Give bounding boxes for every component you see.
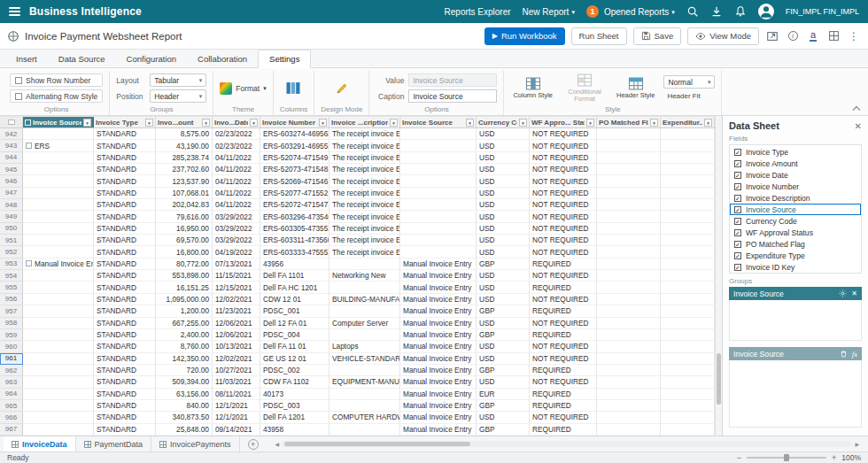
cell[interactable]: The receipt invoice ERS — [329, 199, 400, 211]
cell[interactable]: ERS-603305-473551 — [260, 223, 329, 235]
conditional-format-button[interactable]: Conditional Format — [562, 73, 608, 104]
cell[interactable] — [597, 412, 661, 423]
cell[interactable]: USD — [477, 353, 530, 365]
cell[interactable]: GBP — [477, 259, 530, 270]
cell[interactable]: STANDARD — [94, 365, 156, 376]
cell[interactable]: STANDARD — [94, 389, 156, 400]
cell[interactable] — [597, 188, 661, 199]
group-collapse-checkbox[interactable] — [26, 260, 32, 266]
cell[interactable] — [23, 424, 94, 436]
cell[interactable]: NOT REQUIRED — [530, 140, 597, 151]
cell[interactable]: The receipt invoice ERS — [329, 246, 400, 258]
row-number[interactable]: 966 — [0, 412, 23, 423]
row-number[interactable]: 962 — [0, 365, 23, 376]
show-row-number-toggle[interactable]: Show Row Number — [10, 73, 103, 87]
cell[interactable] — [661, 353, 715, 365]
cell[interactable] — [23, 329, 94, 341]
column-header-invo-date[interactable]: Invo...Date▾ — [213, 117, 260, 127]
cell[interactable]: 509,394.00 — [156, 376, 213, 388]
cell[interactable]: USD — [477, 188, 530, 199]
cell[interactable]: STANDARD — [94, 294, 156, 305]
row-number[interactable]: 957 — [0, 305, 23, 317]
cell[interactable] — [329, 259, 400, 270]
row-number[interactable]: 958 — [0, 318, 23, 329]
filter-dropdown-icon[interactable]: ▾ — [390, 119, 398, 127]
cell[interactable]: STANDARD — [94, 211, 156, 222]
cell[interactable]: PDSC_002 — [260, 365, 329, 376]
cell[interactable] — [23, 389, 94, 400]
cell[interactable]: STANDARD — [94, 140, 156, 151]
field-item-currency-code[interactable]: ✓Currency Code — [730, 215, 861, 227]
cell[interactable]: The receipt invoice ERS — [329, 140, 400, 151]
filter-dropdown-icon[interactable]: ▾ — [650, 119, 658, 127]
cell[interactable]: NOT REQUIRED — [530, 199, 597, 211]
cell[interactable]: USD — [477, 152, 530, 164]
group-collapse-checkbox[interactable] — [26, 143, 32, 149]
cell[interactable] — [597, 365, 661, 376]
horizontal-scrollbar[interactable] — [283, 441, 851, 447]
collapse-ribbon-icon[interactable] — [852, 105, 861, 112]
cell[interactable]: 04/19/2022 — [213, 246, 260, 258]
cell[interactable] — [597, 305, 661, 317]
cell[interactable]: STANDARD — [94, 329, 156, 341]
cell[interactable]: EQUIPMENT-MANUFAC — [329, 376, 400, 388]
cell[interactable]: 16,800.00 — [156, 246, 213, 258]
cell[interactable] — [400, 235, 477, 246]
row-number[interactable]: 955 — [0, 282, 23, 293]
position-select[interactable]: Header ▾ — [150, 89, 206, 103]
cell[interactable]: USD — [477, 412, 530, 423]
cell[interactable]: REQUIRED — [530, 424, 597, 436]
cell[interactable]: Manual Invoice Entry — [23, 259, 94, 270]
cell[interactable] — [597, 128, 661, 140]
row-number[interactable]: 945 — [0, 164, 23, 175]
cell[interactable]: USD — [477, 270, 530, 282]
cell[interactable]: STANDARD — [94, 128, 156, 140]
cell[interactable]: 04/11/2022 — [213, 188, 260, 199]
group-item-invoice-source[interactable]: Invoice Source ✕ — [729, 287, 862, 300]
cell[interactable]: 04/11/2022 — [213, 175, 260, 187]
cell[interactable]: ERS-52073-471548 — [260, 164, 329, 175]
filter-dropdown-icon[interactable]: ▾ — [519, 119, 527, 127]
cell[interactable] — [597, 152, 661, 164]
cell[interactable] — [23, 128, 94, 140]
checkbox-checked-icon[interactable]: ✓ — [734, 160, 741, 167]
cell[interactable] — [400, 164, 477, 175]
cell[interactable] — [661, 400, 715, 412]
cell[interactable]: 12/06/2021 — [213, 329, 260, 341]
cell[interactable] — [661, 246, 715, 258]
cell[interactable]: 40173 — [260, 389, 329, 400]
format-button[interactable]: Format ▾ — [220, 82, 266, 95]
cell[interactable]: 1,200.00 — [156, 305, 213, 317]
groups-drop-area[interactable] — [729, 300, 862, 341]
close-icon[interactable]: ✕ — [855, 121, 862, 131]
filter-dropdown-icon[interactable]: ▾ — [319, 119, 327, 127]
row-number[interactable]: 961 — [0, 353, 23, 365]
column-header-invoice-type[interactable]: Invoice Type▾ — [94, 117, 156, 127]
avatar[interactable] — [758, 4, 774, 19]
tab-collaboration[interactable]: Collaboration — [187, 50, 258, 67]
run-workbook-button[interactable]: ▶ Run Workbook — [484, 27, 565, 45]
cell[interactable] — [23, 294, 94, 305]
caption-field[interactable]: Invoice Source — [408, 89, 497, 103]
cell[interactable]: NOT REQUIRED — [530, 235, 597, 246]
layout-select[interactable]: Tabular ▾ — [150, 73, 206, 87]
cell[interactable]: GE US 12 01 — [260, 353, 329, 365]
cell[interactable]: STANDARD — [94, 353, 156, 365]
cell[interactable] — [400, 246, 477, 258]
cell[interactable] — [597, 140, 661, 151]
cell[interactable]: REQUIRED — [530, 282, 597, 293]
cell[interactable] — [661, 376, 715, 388]
cell[interactable] — [661, 259, 715, 270]
cell[interactable] — [329, 389, 400, 400]
cell[interactable]: REQUIRED — [530, 259, 597, 270]
cell[interactable]: NOT REQUIRED — [530, 246, 597, 258]
cell[interactable]: NOT REQUIRED — [530, 376, 597, 388]
cell[interactable]: Manual Invoice Entry — [400, 365, 477, 376]
cell[interactable]: 12/02/2021 — [213, 294, 260, 305]
cell[interactable]: 12/1/2021 — [213, 412, 260, 423]
cell[interactable] — [661, 223, 715, 235]
cell[interactable]: 142,350.00 — [156, 353, 213, 365]
cell[interactable]: STANDARD — [94, 259, 156, 270]
tab-insert[interactable]: Insert — [5, 50, 48, 67]
column-header-invoice-source[interactable]: Invoice Source▾ — [23, 117, 94, 127]
